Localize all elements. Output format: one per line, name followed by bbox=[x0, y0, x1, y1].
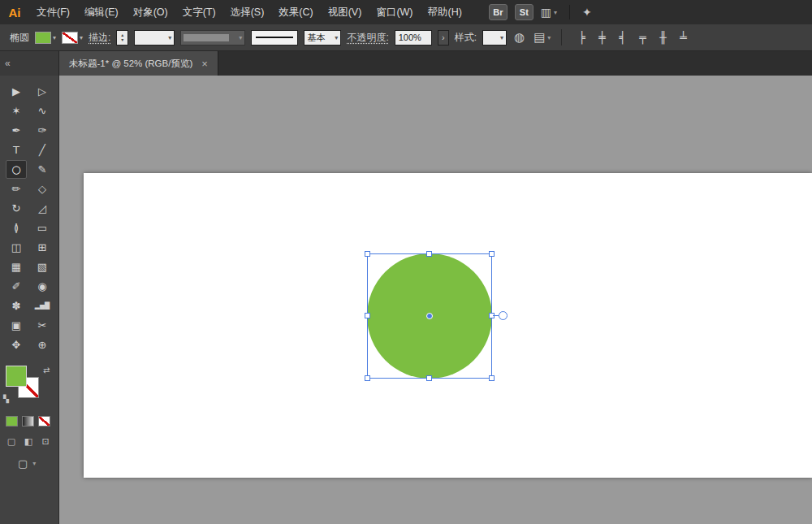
opacity-more-button[interactable]: › bbox=[438, 30, 449, 45]
handle-top-right[interactable] bbox=[489, 251, 495, 257]
direct-selection-tool[interactable]: ▷ bbox=[32, 82, 53, 101]
center-anchor-point[interactable] bbox=[426, 313, 433, 319]
default-fill-stroke-icon[interactable]: ▚ bbox=[3, 395, 9, 403]
canvas[interactable] bbox=[59, 76, 812, 524]
menu-type[interactable]: 文字(T) bbox=[175, 0, 223, 24]
eyedropper-tool[interactable]: ✐ bbox=[6, 277, 27, 296]
align-center-icon[interactable]: ╪ bbox=[596, 31, 607, 44]
fill-color-swatch[interactable] bbox=[35, 32, 51, 44]
screen-mode-button[interactable]: ▢ ▾ bbox=[0, 457, 58, 470]
align-left-icon[interactable]: ╞ bbox=[576, 31, 587, 44]
handle-middle-left[interactable] bbox=[365, 313, 370, 318]
hand-tool[interactable]: ✥ bbox=[6, 336, 27, 354]
chevron-down-icon: ▾ bbox=[547, 34, 551, 41]
perspective-grid-tool[interactable]: ⊞ bbox=[32, 238, 53, 257]
magic-wand-tool[interactable]: ✶ bbox=[6, 102, 27, 120]
menu-file[interactable]: 文件(F) bbox=[29, 0, 77, 24]
handle-top-center[interactable] bbox=[426, 251, 432, 257]
active-tool-label: 椭圆 bbox=[10, 31, 29, 45]
lasso-tool[interactable]: ∿ bbox=[32, 102, 53, 120]
gradient-tool[interactable]: ▧ bbox=[32, 258, 53, 276]
opacity-label[interactable]: 不透明度: bbox=[347, 31, 388, 45]
fill-swatch-indicator[interactable] bbox=[6, 366, 27, 387]
menu-object[interactable]: 对象(O) bbox=[126, 0, 175, 24]
color-button[interactable] bbox=[6, 416, 18, 427]
stroke-weight-dropdown[interactable]: ▾ bbox=[134, 30, 175, 45]
align-top-icon[interactable]: ╤ bbox=[637, 31, 648, 44]
arrange-documents-button[interactable]: ▥ ▾ bbox=[541, 6, 557, 19]
menu-effect[interactable]: 效果(C) bbox=[271, 0, 320, 24]
paintbrush-tool[interactable]: ✎ bbox=[32, 160, 53, 179]
screen-mode-icon: ▢ bbox=[18, 457, 28, 470]
chevron-down-icon: ▾ bbox=[500, 34, 503, 41]
blend-tool[interactable]: ◉ bbox=[32, 277, 53, 296]
free-transform-tool[interactable]: ▭ bbox=[32, 219, 53, 237]
slice-tool[interactable]: ✂ bbox=[32, 316, 53, 335]
column-graph-tool[interactable]: ▂▅█ bbox=[32, 297, 53, 315]
recolor-artwork-icon[interactable]: ◍ bbox=[514, 30, 525, 45]
draw-normal-button[interactable]: ▢ bbox=[5, 435, 18, 447]
brush-definition-dropdown[interactable]: 基本 ▾ bbox=[304, 30, 341, 45]
menu-window[interactable]: 窗口(W) bbox=[369, 0, 420, 24]
stroke-none-swatch[interactable] bbox=[62, 32, 78, 44]
artboard-tool[interactable]: ▣ bbox=[6, 316, 27, 335]
document-tab[interactable]: 未标题-1* @ 52% (RGB/预览) × bbox=[59, 51, 218, 76]
opacity-input[interactable]: 100% bbox=[395, 30, 432, 45]
line-segment-tool[interactable]: ╱ bbox=[32, 141, 53, 159]
width-tool[interactable]: ≬ bbox=[6, 219, 27, 237]
width-profile-preview bbox=[184, 34, 229, 41]
menu-view[interactable]: 视图(V) bbox=[321, 0, 369, 24]
mesh-tool[interactable]: ▦ bbox=[6, 258, 27, 276]
menubar-right-group: Br St ▥ ▾ ✦ bbox=[489, 4, 592, 20]
bridge-button[interactable]: Br bbox=[489, 4, 508, 20]
stepper-down-icon[interactable]: ▾ bbox=[121, 37, 123, 42]
align-middle-icon[interactable]: ╫ bbox=[657, 31, 668, 44]
document-setup-icon: ▤ bbox=[533, 30, 545, 45]
double-chevron-icon: « bbox=[5, 58, 11, 69]
align-right-icon[interactable]: ╡ bbox=[616, 31, 628, 44]
workspace-switcher-icon[interactable]: ✦ bbox=[582, 6, 592, 19]
type-tool[interactable]: T bbox=[6, 141, 27, 159]
menu-edit[interactable]: 编辑(E) bbox=[77, 0, 126, 24]
shape-builder-tool[interactable]: ◫ bbox=[6, 238, 27, 257]
draw-behind-button[interactable]: ◧ bbox=[22, 435, 35, 447]
stroke-weight-stepper[interactable]: ▴ ▾ bbox=[116, 30, 128, 45]
collapse-tool-panel-button[interactable]: « bbox=[0, 51, 59, 76]
pencil-tool[interactable]: ✏ bbox=[6, 180, 27, 198]
stock-button[interactable]: St bbox=[515, 4, 533, 20]
curvature-tool[interactable]: ✑ bbox=[32, 121, 53, 140]
ellipse-tool[interactable]: ○ bbox=[6, 160, 27, 179]
none-button[interactable] bbox=[38, 416, 50, 427]
chevron-down-icon: ▾ bbox=[335, 34, 338, 41]
handle-bottom-right[interactable] bbox=[489, 375, 495, 381]
swap-fill-stroke-icon[interactable]: ⇄ bbox=[43, 366, 50, 375]
document-setup-button[interactable]: ▤ ▾ bbox=[533, 30, 551, 45]
stroke-weight-label[interactable]: 描边: bbox=[89, 31, 110, 45]
selection-tool[interactable]: ▶ bbox=[6, 82, 27, 101]
scale-tool[interactable]: ◿ bbox=[32, 199, 53, 218]
menu-select[interactable]: 选择(S) bbox=[223, 0, 272, 24]
symbol-sprayer-tool[interactable]: ✽ bbox=[6, 297, 27, 315]
stroke-color-combo[interactable]: ▾ bbox=[62, 32, 83, 44]
document-tab-bar: « 未标题-1* @ 52% (RGB/预览) × bbox=[0, 51, 812, 76]
panel-layout-icon: ▥ bbox=[541, 6, 551, 19]
style-dropdown[interactable]: ▾ bbox=[482, 30, 507, 45]
align-bottom-icon[interactable]: ╧ bbox=[677, 31, 689, 44]
close-icon[interactable]: × bbox=[201, 58, 208, 70]
eraser-tool[interactable]: ◇ bbox=[32, 180, 53, 198]
live-shape-widget[interactable] bbox=[499, 311, 508, 320]
app-logo-icon[interactable]: Ai bbox=[0, 0, 29, 24]
fill-color-combo[interactable]: ▾ bbox=[35, 32, 56, 44]
handle-bottom-center[interactable] bbox=[426, 375, 432, 381]
color-type-buttons bbox=[0, 416, 58, 427]
menu-help[interactable]: 帮助(H) bbox=[421, 0, 469, 24]
rotate-tool[interactable]: ↻ bbox=[6, 199, 27, 218]
gradient-button[interactable] bbox=[22, 416, 34, 427]
handle-bottom-left[interactable] bbox=[365, 375, 370, 381]
handle-top-left[interactable] bbox=[365, 251, 370, 257]
pen-tool[interactable]: ✒ bbox=[6, 121, 27, 140]
menu-bar: Ai 文件(F)编辑(E)对象(O)文字(T)选择(S)效果(C)视图(V)窗口… bbox=[0, 0, 812, 24]
zoom-tool[interactable]: ⊕ bbox=[32, 336, 53, 354]
chevron-down-icon: ▾ bbox=[239, 34, 242, 41]
draw-inside-button[interactable]: ⊡ bbox=[39, 435, 52, 447]
